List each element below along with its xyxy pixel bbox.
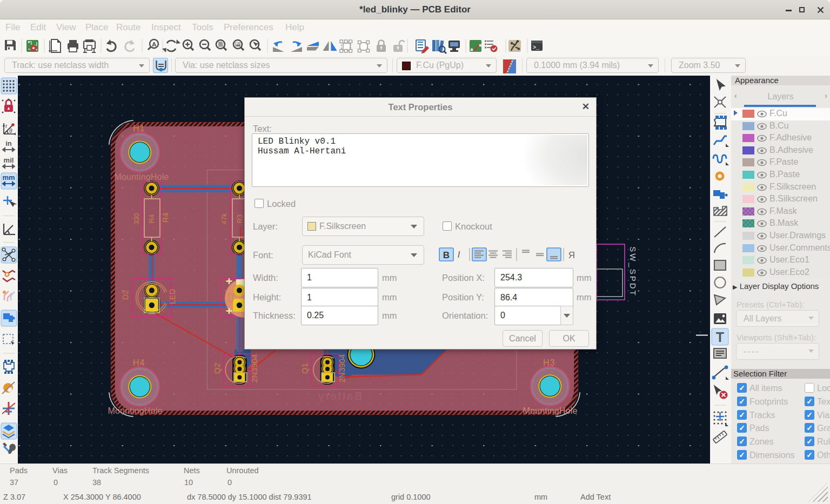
svg-text:R4: R4 <box>148 214 156 224</box>
svg-text:C2: C2 <box>226 293 235 303</box>
svg-text:I: I <box>458 250 460 259</box>
svg-text:2N3904: 2N3904 <box>250 354 259 383</box>
svg-text:MountingHole: MountingHole <box>114 172 169 182</box>
svg-text:H4: H4 <box>133 358 145 367</box>
svg-text:T: T <box>716 330 724 345</box>
svg-text:Battery: Battery <box>317 389 362 402</box>
svg-text:θ: θ <box>9 128 12 134</box>
svg-text:MountingHole: MountingHole <box>108 406 162 415</box>
svg-text:R4: R4 <box>161 213 170 223</box>
svg-text:Q1: Q1 <box>300 363 309 374</box>
svg-text:330: 330 <box>132 213 140 225</box>
svg-text:mil: mil <box>4 156 14 164</box>
svg-text:H3: H3 <box>543 358 555 367</box>
svg-text:Q2: Q2 <box>212 363 222 374</box>
svg-text:LED: LED <box>168 289 177 304</box>
svg-text:D2: D2 <box>121 290 130 300</box>
svg-text:47k: 47k <box>220 213 228 224</box>
svg-text:2N3904: 2N3904 <box>337 354 346 383</box>
svg-text:MountingHole: MountingHole <box>523 406 577 415</box>
svg-text:mm: mm <box>2 173 15 182</box>
svg-text:H1: H1 <box>133 124 145 133</box>
svg-text:A: A <box>152 41 156 48</box>
svg-text:Я: Я <box>568 250 575 260</box>
svg-text:in: in <box>5 139 12 147</box>
svg-text:R3: R3 <box>236 214 244 224</box>
svg-text:>_: >_ <box>533 45 540 51</box>
svg-text:B: B <box>443 250 450 260</box>
svg-text:r: r <box>5 123 8 129</box>
svg-text:SW_SPDT: SW_SPDT <box>628 246 638 297</box>
